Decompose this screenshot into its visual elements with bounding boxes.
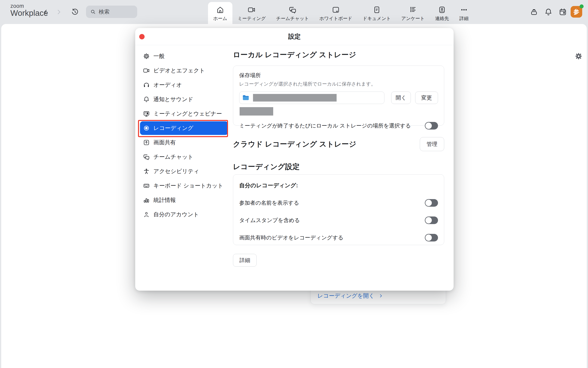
- sidebar-item-label: 一般: [153, 52, 165, 60]
- sidebar-item-my-account[interactable]: 自分のアカウント: [140, 207, 228, 222]
- sidebar-item-label: ミーティングとウェビナー: [153, 110, 222, 118]
- record-video-during-share-toggle[interactable]: [425, 234, 438, 241]
- notifications-button[interactable]: [544, 8, 553, 16]
- forward-button[interactable]: [54, 8, 63, 16]
- accessibility-icon: [143, 168, 150, 175]
- connect-device-button[interactable]: [530, 8, 538, 16]
- sidebar-item-label: チームチャット: [153, 153, 193, 161]
- settings-dialog: 設定 一般 ビデオとエフェクト オーディオ 通知とサウンド ミーティングとウェビ…: [135, 28, 454, 291]
- manage-button[interactable]: 管理: [420, 137, 444, 151]
- history-icon: [70, 7, 80, 16]
- ellipsis-icon: [460, 5, 468, 14]
- sidebar-item-label: 画面共有: [153, 139, 176, 146]
- tab-team-chat[interactable]: チームチャット: [271, 0, 314, 24]
- history-button[interactable]: [70, 7, 80, 17]
- include-timestamp-label: タイムスタンプを含める: [239, 217, 300, 224]
- tab-label: 詳細: [459, 15, 469, 22]
- dialog-header: 設定: [135, 28, 454, 45]
- sidebar-item-label: 通知とサウンド: [153, 96, 193, 103]
- recording-settings-panel: ローカル レコーディング ストレージ 保存場所 レコーディングが選択された場所で…: [233, 45, 445, 291]
- share-screen-icon: [143, 139, 150, 146]
- recording-path-field[interactable]: [239, 92, 384, 104]
- show-participant-names-label: 参加者の名前を表示する: [239, 199, 299, 206]
- search-input[interactable]: 検索: [86, 6, 137, 18]
- screen-grid-icon: [143, 110, 150, 117]
- sidebar-item-label: 統計情報: [153, 196, 176, 204]
- calendar-button[interactable]: [558, 8, 567, 16]
- tab-label: ホーム: [213, 15, 227, 22]
- home-icon: [216, 5, 224, 14]
- sidebar-item-recording[interactable]: レコーディング: [140, 121, 228, 135]
- show-participant-names-toggle[interactable]: [425, 199, 438, 207]
- contacts-icon: [438, 5, 446, 14]
- close-button[interactable]: [139, 34, 145, 39]
- tab-label: 連絡先: [435, 15, 449, 22]
- tab-label: ミーティング: [238, 15, 266, 22]
- save-location-description: レコーディングが選択された場所でローカルに保存されます。: [239, 81, 438, 87]
- choose-location-toggle[interactable]: [425, 122, 438, 129]
- sidebar-item-label: 自分のアカウント: [153, 211, 199, 218]
- tab-label: ドキュメント: [363, 15, 391, 22]
- open-recordings-label: レコーディングを開く: [317, 292, 374, 300]
- sidebar-item-keyboard-shortcuts[interactable]: キーボード ショートカット: [140, 178, 228, 193]
- detail-button[interactable]: 詳細: [233, 254, 257, 267]
- cloud-storage-row: クラウド レコーディング ストレージ 管理: [233, 137, 444, 151]
- sidebar-item-team-chat[interactable]: チームチャット: [140, 150, 228, 164]
- local-storage-card: 保存場所 レコーディングが選択された場所でローカルに保存されます。 開く 変更 …: [233, 65, 444, 126]
- my-recordings-card: 自分のレコーディング: 参加者の名前を表示する タイムスタンプを含める 画面共有…: [233, 174, 444, 245]
- keyboard-icon: [143, 182, 150, 189]
- tab-label: ホワイトボード: [319, 15, 352, 22]
- sidebar-item-notifications-sound[interactable]: 通知とサウンド: [140, 92, 228, 107]
- video-camera-icon: [247, 5, 256, 14]
- tab-label: チームチャット: [276, 15, 309, 22]
- record-video-during-share-row: 画面共有時のビデオをレコーディングする: [239, 234, 438, 241]
- calendar-icon: [558, 8, 567, 16]
- document-icon: [373, 5, 381, 14]
- open-recordings-link[interactable]: レコーディングを開く: [317, 292, 383, 300]
- toggle-knob: [425, 217, 432, 223]
- chevron-right-icon: [56, 9, 62, 15]
- sidebar-item-video-effects[interactable]: ビデオとエフェクト: [140, 63, 228, 78]
- presence-dot: [579, 4, 584, 8]
- settings-sidebar: 一般 ビデオとエフェクト オーディオ 通知とサウンド ミーティングとウェビナー …: [135, 45, 232, 291]
- page-settings-button[interactable]: [574, 52, 583, 60]
- gear-icon: [574, 52, 583, 60]
- recording-settings-heading: レコーディング設定: [233, 162, 300, 172]
- show-participant-names-row: 参加者の名前を表示する: [239, 199, 438, 207]
- tab-docs[interactable]: ドキュメント: [357, 0, 396, 24]
- include-timestamp-toggle[interactable]: [425, 216, 438, 224]
- include-timestamp-row: タイムスタンプを含める: [239, 216, 438, 224]
- sidebar-item-accessibility[interactable]: アクセシビリティ: [140, 164, 228, 178]
- chevron-right-icon: [378, 294, 383, 298]
- sidebar-item-label: レコーディング: [153, 124, 193, 132]
- toggle-knob: [425, 122, 432, 129]
- sidebar-item-statistics[interactable]: 統計情報: [140, 193, 228, 207]
- sidebar-item-label: アクセシビリティ: [153, 167, 199, 175]
- bell-icon: [544, 8, 553, 16]
- choose-location-label: ミーティングが終了するたびにローカル ストレージの場所を選択する: [239, 122, 411, 129]
- local-recording-storage-heading: ローカル レコーディング ストレージ: [233, 50, 356, 60]
- chat-bubbles-icon: [288, 5, 297, 14]
- cloud-recording-storage-heading: クラウド レコーディング ストレージ: [233, 139, 356, 149]
- change-button[interactable]: 変更: [415, 92, 438, 104]
- sidebar-item-meetings-webinars[interactable]: ミーティングとウェビナー: [140, 107, 228, 121]
- main-tab-bar: ホーム ミーティング チームチャット ホワイトボード ドキュメント アンケート …: [208, 0, 474, 24]
- path-row: 開く 変更: [239, 92, 438, 104]
- sidebar-item-general[interactable]: 一般: [140, 49, 228, 63]
- my-recordings-label: 自分のレコーディング:: [239, 182, 438, 189]
- open-button[interactable]: 開く: [391, 92, 411, 104]
- tab-whiteboard[interactable]: ホワイトボード: [314, 0, 357, 24]
- sidebar-item-label: キーボード ショートカット: [153, 182, 224, 190]
- sidebar-item-label: ビデオとエフェクト: [153, 67, 205, 74]
- tab-surveys[interactable]: アンケート: [396, 0, 430, 24]
- save-location-label: 保存場所: [239, 72, 438, 79]
- sidebar-item-audio[interactable]: オーディオ: [140, 78, 228, 92]
- tab-meetings[interactable]: ミーティング: [232, 0, 271, 24]
- sidebar-item-screen-share[interactable]: 画面共有: [140, 135, 228, 150]
- tab-home[interactable]: ホーム: [208, 2, 232, 24]
- tab-label: アンケート: [401, 15, 425, 22]
- person-icon: [143, 211, 150, 218]
- tab-more[interactable]: 詳細: [454, 0, 474, 24]
- back-button[interactable]: [41, 8, 50, 16]
- tab-contacts[interactable]: 連絡先: [430, 0, 454, 24]
